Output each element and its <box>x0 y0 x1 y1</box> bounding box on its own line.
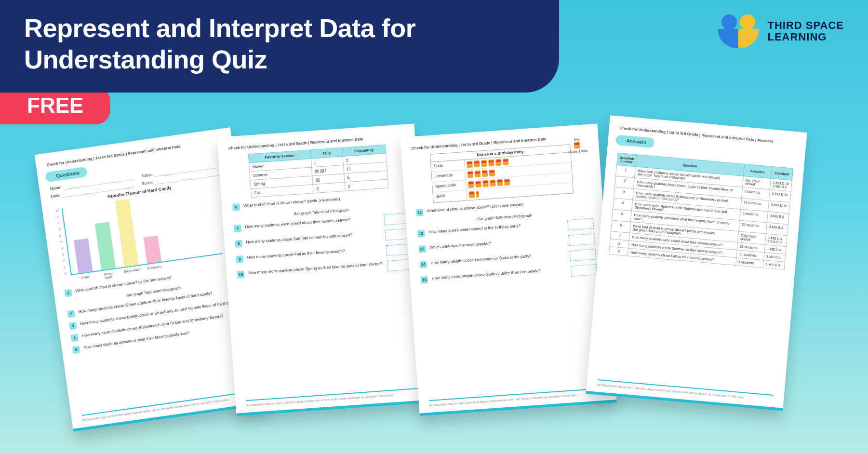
cup-icon <box>474 160 480 168</box>
cup-icon <box>489 170 495 177</box>
title-header: Represent and Interpret Data for Underst… <box>0 0 559 93</box>
question-number: 5 <box>72 346 80 354</box>
question-number: 3 <box>69 322 77 330</box>
cup-icon <box>495 159 502 166</box>
cup-icon <box>467 171 473 178</box>
breadcrumb: Check for Understanding | 1st to 3rd Gra… <box>46 138 222 167</box>
worksheet-stage: Check for Understanding | 1st to 3rd Gra… <box>0 125 868 454</box>
answer-box <box>570 249 596 261</box>
cup-icon <box>468 181 474 188</box>
question-number: 1 <box>64 289 72 297</box>
cup-icon <box>502 158 508 165</box>
question-number: 2 <box>67 310 75 318</box>
cup-half-icon <box>476 191 479 198</box>
cup-icon <box>474 171 481 178</box>
worksheet-4-answers: Check for Understanding | 1st to 3rd Gra… <box>586 115 807 411</box>
cup-icon <box>475 181 481 188</box>
cup-icon <box>504 178 510 186</box>
pictograph: Drinks at a Birthday Party Soda Lemonade… <box>429 144 574 203</box>
answer-box <box>571 264 597 277</box>
section-pill: Answers <box>618 135 654 148</box>
cup-icon <box>496 179 503 186</box>
question-number: 12 <box>417 230 425 238</box>
cup-icon <box>481 160 487 167</box>
page-title: Represent and Interpret Data for Underst… <box>24 13 535 75</box>
cup-icon <box>468 191 475 199</box>
section-pill: Questions <box>48 167 88 182</box>
question-number: 10 <box>237 271 245 279</box>
brand-text: THIRD SPACE LEARNING <box>768 20 844 43</box>
free-badge: FREE <box>0 87 110 124</box>
question-number: 6 <box>232 203 240 211</box>
cup-icon <box>488 160 494 167</box>
question-list: 11 What kind of chart is shown above? (c… <box>416 197 597 287</box>
question-number: 11 <box>416 209 424 216</box>
logo-icon <box>718 14 759 48</box>
question-number: 4 <box>70 334 79 342</box>
cup-icon <box>489 179 495 187</box>
cup-icon <box>467 161 473 168</box>
sheet-footer: thirdspacelearning.com/us/ Curriculum-al… <box>82 390 257 422</box>
cup-icon <box>574 142 580 149</box>
question-number: 13 <box>418 245 426 253</box>
question-number: 9 <box>236 255 244 263</box>
sheet-footer: thirdspacelearning.com/us/ Curriculum-al… <box>246 388 422 407</box>
question-number: 8 <box>235 240 242 248</box>
sheet-footer: thirdspacelearning.com/us/ Curriculum-al… <box>597 379 774 401</box>
cup-icon <box>482 180 489 187</box>
cup-icon <box>481 170 488 177</box>
question-number: 7 <box>234 225 241 232</box>
pictograph-key: Key equals 1 vote <box>567 137 588 154</box>
answer-box <box>567 218 594 230</box>
question-list: 6 What kind of chart is shown above? (ci… <box>232 192 414 282</box>
worksheet-3-pictograph: Check for Understanding | 1st to 3rd Gra… <box>400 123 616 416</box>
tally-table: Favorite SeasonTallyFrequencyWinter||2Su… <box>248 145 388 198</box>
brand-logo: THIRD SPACE LEARNING <box>718 14 844 48</box>
question-number: 14 <box>419 261 427 268</box>
sheet-footer: thirdspacelearning.com/us/ Curriculum-al… <box>429 388 605 407</box>
question-number: 15 <box>421 276 428 284</box>
answer-box <box>568 233 595 246</box>
worksheet-2-tally: Check for Understanding | 1st to 3rd Gra… <box>217 123 433 416</box>
answers-table: Question numberQuestionAnswersStandard1W… <box>609 153 793 270</box>
